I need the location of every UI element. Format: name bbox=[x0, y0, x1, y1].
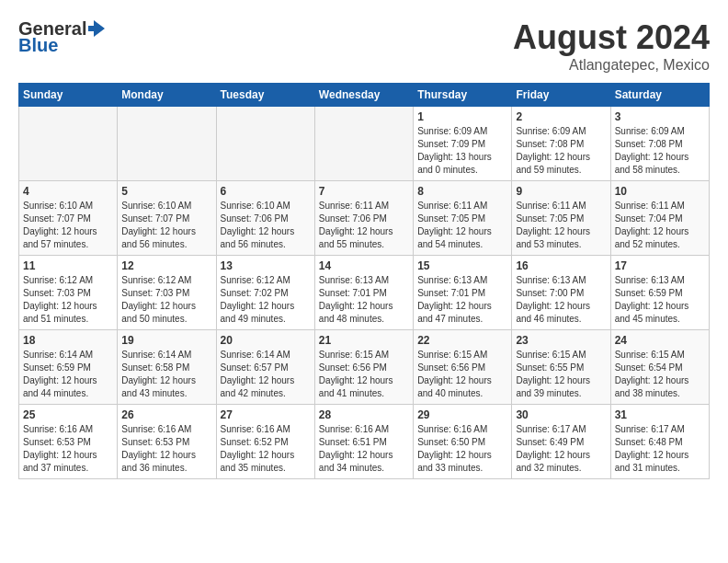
day-number: 16 bbox=[516, 259, 606, 272]
day-info: Sunrise: 6:16 AMSunset: 6:51 PMDaylight:… bbox=[319, 423, 409, 475]
day-number: 3 bbox=[615, 110, 705, 123]
day-number: 2 bbox=[516, 110, 606, 123]
calendar-cell: 8Sunrise: 6:11 AMSunset: 7:05 PMDaylight… bbox=[414, 181, 512, 256]
calendar-cell: 28Sunrise: 6:16 AMSunset: 6:51 PMDayligh… bbox=[314, 405, 413, 479]
day-number: 26 bbox=[121, 408, 211, 421]
calendar-cell: 30Sunrise: 6:17 AMSunset: 6:49 PMDayligh… bbox=[512, 405, 610, 479]
day-info: Sunrise: 6:12 AMSunset: 7:02 PMDaylight:… bbox=[221, 274, 311, 326]
day-info: Sunrise: 6:13 AMSunset: 7:00 PMDaylight:… bbox=[516, 274, 606, 326]
calendar-cell: 31Sunrise: 6:17 AMSunset: 6:48 PMDayligh… bbox=[610, 405, 709, 479]
day-number: 15 bbox=[417, 259, 507, 272]
day-info: Sunrise: 6:11 AMSunset: 7:05 PMDaylight:… bbox=[516, 200, 606, 251]
day-number: 22 bbox=[417, 334, 507, 347]
calendar-cell: 24Sunrise: 6:15 AMSunset: 6:54 PMDayligh… bbox=[610, 330, 709, 405]
day-info: Sunrise: 6:15 AMSunset: 6:56 PMDaylight:… bbox=[417, 349, 507, 400]
day-info: Sunrise: 6:09 AMSunset: 7:08 PMDaylight:… bbox=[615, 125, 705, 177]
day-number: 5 bbox=[121, 185, 211, 198]
calendar-table: SundayMondayTuesdayWednesdayThursdayFrid… bbox=[18, 83, 710, 479]
calendar-cell: 4Sunrise: 6:10 AMSunset: 7:07 PMDaylight… bbox=[19, 181, 118, 256]
calendar-week-row: 11Sunrise: 6:12 AMSunset: 7:03 PMDayligh… bbox=[19, 256, 710, 330]
calendar-cell: 18Sunrise: 6:14 AMSunset: 6:59 PMDayligh… bbox=[19, 330, 118, 405]
day-number: 8 bbox=[417, 185, 507, 198]
day-info: Sunrise: 6:15 AMSunset: 6:54 PMDaylight:… bbox=[615, 349, 705, 400]
calendar-week-row: 25Sunrise: 6:16 AMSunset: 6:53 PMDayligh… bbox=[19, 405, 710, 479]
day-info: Sunrise: 6:14 AMSunset: 6:58 PMDaylight:… bbox=[121, 349, 211, 400]
calendar-cell: 3Sunrise: 6:09 AMSunset: 7:08 PMDaylight… bbox=[610, 107, 709, 181]
calendar-cell bbox=[19, 107, 118, 181]
calendar-cell: 11Sunrise: 6:12 AMSunset: 7:03 PMDayligh… bbox=[19, 256, 118, 330]
day-number: 11 bbox=[23, 259, 113, 272]
calendar-cell bbox=[118, 107, 216, 181]
title-area: August 2024 Atlangatepec, Mexico bbox=[513, 18, 710, 74]
calendar-week-row: 4Sunrise: 6:10 AMSunset: 7:07 PMDaylight… bbox=[19, 181, 710, 256]
day-info: Sunrise: 6:16 AMSunset: 6:50 PMDaylight:… bbox=[417, 423, 507, 475]
weekday-header: Saturday bbox=[610, 84, 709, 107]
day-info: Sunrise: 6:17 AMSunset: 6:49 PMDaylight:… bbox=[516, 423, 606, 475]
calendar-cell bbox=[314, 107, 413, 181]
day-info: Sunrise: 6:12 AMSunset: 7:03 PMDaylight:… bbox=[23, 274, 113, 326]
weekday-header: Monday bbox=[118, 84, 216, 107]
calendar-cell: 21Sunrise: 6:15 AMSunset: 6:56 PMDayligh… bbox=[314, 330, 413, 405]
calendar-cell: 14Sunrise: 6:13 AMSunset: 7:01 PMDayligh… bbox=[314, 256, 413, 330]
day-number: 4 bbox=[23, 185, 113, 198]
calendar-cell: 1Sunrise: 6:09 AMSunset: 7:09 PMDaylight… bbox=[414, 107, 512, 181]
day-info: Sunrise: 6:14 AMSunset: 6:59 PMDaylight:… bbox=[23, 349, 113, 400]
day-number: 18 bbox=[23, 334, 113, 347]
logo-blue: Blue bbox=[18, 35, 107, 55]
day-info: Sunrise: 6:16 AMSunset: 6:53 PMDaylight:… bbox=[121, 423, 211, 475]
day-info: Sunrise: 6:11 AMSunset: 7:04 PMDaylight:… bbox=[615, 200, 705, 251]
day-number: 24 bbox=[615, 334, 705, 347]
calendar-week-row: 1Sunrise: 6:09 AMSunset: 7:09 PMDaylight… bbox=[19, 107, 710, 181]
day-number: 30 bbox=[516, 408, 606, 421]
day-info: Sunrise: 6:15 AMSunset: 6:56 PMDaylight:… bbox=[319, 349, 409, 400]
calendar-header-row: SundayMondayTuesdayWednesdayThursdayFrid… bbox=[19, 84, 710, 107]
day-number: 10 bbox=[615, 185, 705, 198]
calendar-cell: 19Sunrise: 6:14 AMSunset: 6:58 PMDayligh… bbox=[118, 330, 216, 405]
day-info: Sunrise: 6:11 AMSunset: 7:06 PMDaylight:… bbox=[319, 200, 409, 251]
day-number: 14 bbox=[319, 259, 409, 272]
day-number: 13 bbox=[221, 259, 311, 272]
day-info: Sunrise: 6:13 AMSunset: 7:01 PMDaylight:… bbox=[417, 274, 507, 326]
calendar-cell: 9Sunrise: 6:11 AMSunset: 7:05 PMDaylight… bbox=[512, 181, 610, 256]
day-number: 25 bbox=[23, 408, 113, 421]
day-info: Sunrise: 6:16 AMSunset: 6:52 PMDaylight:… bbox=[221, 423, 311, 475]
calendar-cell: 23Sunrise: 6:15 AMSunset: 6:55 PMDayligh… bbox=[512, 330, 610, 405]
day-info: Sunrise: 6:14 AMSunset: 6:57 PMDaylight:… bbox=[221, 349, 311, 400]
day-info: Sunrise: 6:11 AMSunset: 7:05 PMDaylight:… bbox=[417, 200, 507, 251]
calendar-cell: 20Sunrise: 6:14 AMSunset: 6:57 PMDayligh… bbox=[216, 330, 314, 405]
calendar-cell: 12Sunrise: 6:12 AMSunset: 7:03 PMDayligh… bbox=[118, 256, 216, 330]
day-info: Sunrise: 6:15 AMSunset: 6:55 PMDaylight:… bbox=[516, 349, 606, 400]
day-number: 19 bbox=[121, 334, 211, 347]
day-number: 12 bbox=[121, 259, 211, 272]
calendar-cell: 22Sunrise: 6:15 AMSunset: 6:56 PMDayligh… bbox=[414, 330, 512, 405]
calendar-week-row: 18Sunrise: 6:14 AMSunset: 6:59 PMDayligh… bbox=[19, 330, 710, 405]
day-number: 21 bbox=[319, 334, 409, 347]
day-info: Sunrise: 6:17 AMSunset: 6:48 PMDaylight:… bbox=[615, 423, 705, 475]
day-number: 17 bbox=[615, 259, 705, 272]
calendar-cell: 25Sunrise: 6:16 AMSunset: 6:53 PMDayligh… bbox=[19, 405, 118, 479]
subtitle: Atlangatepec, Mexico bbox=[513, 57, 710, 74]
day-number: 20 bbox=[221, 334, 311, 347]
calendar-cell: 13Sunrise: 6:12 AMSunset: 7:02 PMDayligh… bbox=[216, 256, 314, 330]
calendar-cell bbox=[216, 107, 314, 181]
day-info: Sunrise: 6:13 AMSunset: 6:59 PMDaylight:… bbox=[615, 274, 705, 326]
calendar-cell: 6Sunrise: 6:10 AMSunset: 7:06 PMDaylight… bbox=[216, 181, 314, 256]
day-number: 27 bbox=[221, 408, 311, 421]
day-number: 7 bbox=[319, 185, 409, 198]
day-number: 28 bbox=[319, 408, 409, 421]
calendar-cell: 29Sunrise: 6:16 AMSunset: 6:50 PMDayligh… bbox=[414, 405, 512, 479]
weekday-header: Friday bbox=[512, 84, 610, 107]
day-info: Sunrise: 6:09 AMSunset: 7:08 PMDaylight:… bbox=[516, 125, 606, 177]
day-info: Sunrise: 6:13 AMSunset: 7:01 PMDaylight:… bbox=[319, 274, 409, 326]
day-number: 9 bbox=[516, 185, 606, 198]
calendar-cell: 27Sunrise: 6:16 AMSunset: 6:52 PMDayligh… bbox=[216, 405, 314, 479]
day-number: 23 bbox=[516, 334, 606, 347]
calendar-cell: 17Sunrise: 6:13 AMSunset: 6:59 PMDayligh… bbox=[610, 256, 709, 330]
calendar-cell: 5Sunrise: 6:10 AMSunset: 7:07 PMDaylight… bbox=[118, 181, 216, 256]
calendar-cell: 15Sunrise: 6:13 AMSunset: 7:01 PMDayligh… bbox=[414, 256, 512, 330]
day-number: 1 bbox=[417, 110, 507, 123]
weekday-header: Wednesday bbox=[314, 84, 413, 107]
calendar-cell: 26Sunrise: 6:16 AMSunset: 6:53 PMDayligh… bbox=[118, 405, 216, 479]
day-info: Sunrise: 6:09 AMSunset: 7:09 PMDaylight:… bbox=[417, 125, 507, 177]
day-number: 6 bbox=[221, 185, 311, 198]
